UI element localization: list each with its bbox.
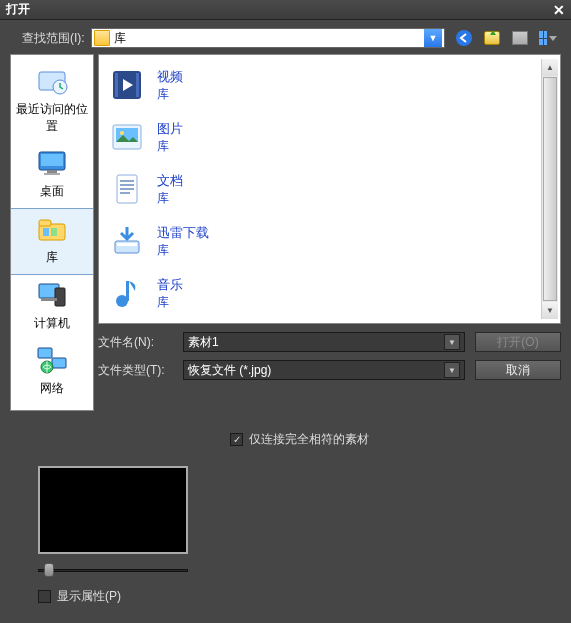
libraries-icon [34, 213, 70, 245]
item-meta: 文档 库 [157, 172, 183, 207]
places-bar: 最近访问的位置 桌面 库 计算机 [10, 54, 94, 411]
chevron-down-icon[interactable]: ▼ [424, 29, 442, 47]
filetype-row: 文件类型(T): 恢复文件 (*.jpg) ▼ 取消 [98, 360, 561, 380]
svg-rect-12 [55, 288, 65, 306]
place-label: 桌面 [11, 183, 93, 200]
place-network[interactable]: 网络 [11, 340, 93, 405]
place-label: 计算机 [11, 315, 93, 332]
scroll-thumb[interactable] [543, 77, 557, 301]
lookin-combo[interactable]: 库 ▼ [91, 28, 445, 48]
item-name: 视频 [157, 68, 183, 86]
filename-label: 文件名(N): [98, 334, 173, 351]
dialog-title: 打开 [6, 1, 30, 18]
item-name: 文档 [157, 172, 183, 190]
svg-point-23 [120, 131, 124, 135]
item-sub: 库 [157, 294, 183, 311]
item-meta: 图片 库 [157, 120, 183, 155]
filename-row: 文件名(N): 素材1 ▼ 打开(O) [98, 332, 561, 352]
main-area: 最近访问的位置 桌面 库 计算机 [10, 54, 561, 411]
filetype-value: 恢复文件 (*.jpg) [188, 362, 271, 379]
filename-value: 素材1 [188, 334, 219, 351]
chevron-down-icon[interactable]: ▼ [444, 362, 460, 378]
item-meta: 音乐 库 [157, 276, 183, 311]
list-item[interactable]: 图片 库 [101, 111, 541, 163]
desktop-icon [34, 147, 70, 179]
svg-rect-8 [39, 220, 51, 226]
lookin-value: 库 [114, 30, 126, 47]
network-icon [34, 344, 70, 376]
dialog-body: 查找范围(I): 库 ▼ 最近访问的位置 [0, 20, 571, 613]
svg-rect-15 [52, 358, 66, 368]
svg-rect-25 [115, 241, 139, 253]
slider-handle[interactable] [44, 563, 54, 577]
show-props-checkbox[interactable]: ✓ [38, 590, 51, 603]
link-exact-row: ✓ 仅连接完全相符的素材 [230, 431, 561, 448]
svg-rect-6 [44, 173, 60, 175]
link-exact-label: 仅连接完全相符的素材 [249, 431, 369, 448]
filename-input[interactable]: 素材1 ▼ [183, 332, 465, 352]
video-library-icon [107, 65, 147, 105]
download-library-icon [107, 221, 147, 261]
titlebar: 打开 ✕ [0, 0, 571, 20]
scroll-down-icon[interactable]: ▼ [542, 302, 558, 319]
svg-rect-26 [117, 243, 137, 246]
item-sub: 库 [157, 138, 183, 155]
svg-rect-5 [47, 170, 57, 173]
place-computer[interactable]: 计算机 [11, 275, 93, 340]
item-sub: 库 [157, 86, 183, 103]
item-sub: 库 [157, 242, 209, 259]
cancel-button[interactable]: 取消 [475, 360, 561, 380]
svg-rect-18 [115, 73, 118, 97]
item-name: 迅雷下载 [157, 224, 209, 242]
lookin-label: 查找范围(I): [22, 30, 85, 47]
view-menu-icon[interactable] [539, 29, 557, 47]
svg-rect-4 [41, 154, 63, 166]
new-folder-icon[interactable] [511, 29, 529, 47]
svg-rect-19 [136, 73, 139, 97]
preview-slider[interactable] [38, 562, 188, 578]
svg-rect-9 [43, 228, 49, 236]
place-libraries[interactable]: 库 [11, 208, 93, 275]
scroll-up-icon[interactable]: ▲ [542, 59, 558, 76]
lookin-row: 查找范围(I): 库 ▼ [10, 28, 561, 48]
preview-box [38, 466, 188, 554]
filetype-select[interactable]: 恢复文件 (*.jpg) ▼ [183, 360, 465, 380]
recent-icon [34, 65, 70, 97]
show-props-row: ✓ 显示属性(P) [38, 588, 561, 605]
folder-icon [94, 30, 110, 46]
item-meta: 迅雷下载 库 [157, 224, 209, 259]
item-name: 图片 [157, 120, 183, 138]
nav-icons [451, 29, 561, 47]
place-label: 网络 [11, 380, 93, 397]
item-meta: 视频 库 [157, 68, 183, 103]
chevron-down-icon[interactable]: ▼ [444, 334, 460, 350]
place-label: 最近访问的位置 [11, 101, 93, 135]
back-icon[interactable] [455, 29, 473, 47]
close-icon[interactable]: ✕ [553, 2, 565, 18]
file-list: 视频 库 图片 库 [98, 54, 561, 324]
list-item[interactable]: 视频 库 [101, 59, 541, 111]
up-one-level-icon[interactable] [483, 29, 501, 47]
picture-library-icon [107, 117, 147, 157]
document-library-icon [107, 169, 147, 209]
list-item[interactable]: 音乐 库 [101, 267, 541, 319]
music-library-icon [107, 273, 147, 313]
place-desktop[interactable]: 桌面 [11, 143, 93, 208]
file-pane: 视频 库 图片 库 [98, 54, 561, 411]
link-exact-checkbox[interactable]: ✓ [230, 433, 243, 446]
list-item[interactable]: 迅雷下载 库 [101, 215, 541, 267]
place-recent[interactable]: 最近访问的位置 [11, 61, 93, 143]
list-item[interactable]: 文档 库 [101, 163, 541, 215]
place-label: 库 [11, 249, 93, 266]
computer-icon [34, 279, 70, 311]
svg-rect-28 [126, 281, 129, 301]
preview-area [38, 466, 188, 578]
scrollbar[interactable]: ▲ ▼ [541, 59, 558, 319]
filetype-label: 文件类型(T): [98, 362, 173, 379]
svg-point-0 [456, 30, 472, 46]
open-button[interactable]: 打开(O) [475, 332, 561, 352]
show-props-label: 显示属性(P) [57, 588, 121, 605]
svg-rect-14 [38, 348, 52, 358]
item-sub: 库 [157, 190, 183, 207]
svg-rect-13 [41, 298, 57, 301]
